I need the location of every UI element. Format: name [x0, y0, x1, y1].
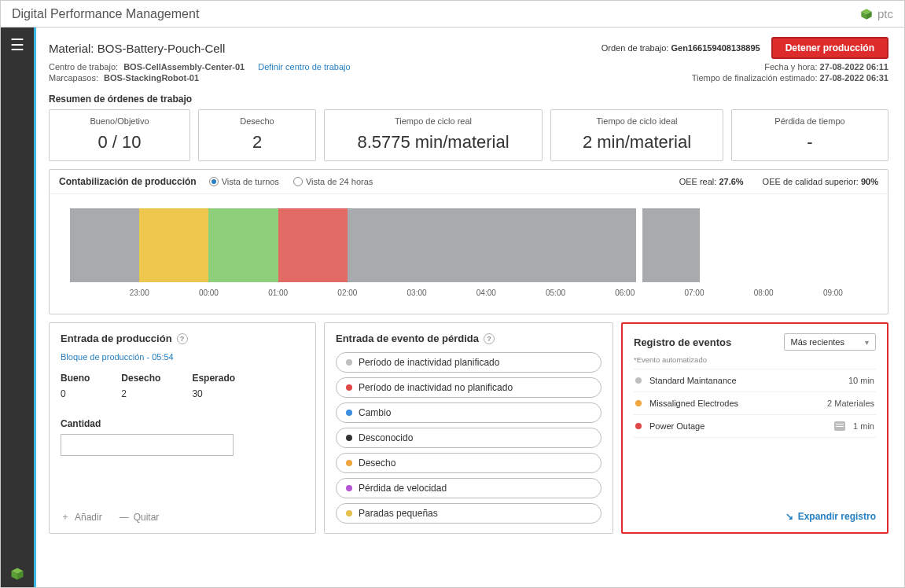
plus-icon: ＋ — [61, 510, 70, 524]
axis-tick: 06:00 — [615, 288, 635, 297]
col-expected: Esperado — [192, 373, 235, 384]
col-good: Bueno — [61, 373, 90, 384]
help-icon[interactable]: ? — [177, 333, 188, 344]
axis-tick: 00:00 — [199, 288, 219, 297]
brand-logo: ptc — [860, 7, 893, 20]
status-dot — [346, 384, 352, 391]
chevron-down-icon: ▾ — [865, 338, 869, 347]
timeline-segment[interactable] — [208, 208, 278, 282]
timeline-segment[interactable] — [700, 208, 867, 282]
val-expected: 30 — [192, 388, 235, 399]
loss-reason-pill[interactable]: Período de inactividad planificado — [336, 352, 601, 373]
view-shift-radio[interactable]: Vista de turnos — [209, 177, 279, 186]
val-good: 0 — [61, 388, 90, 399]
expand-log-link[interactable]: ↘ Expandir registro — [785, 511, 876, 522]
log-value: 10 min — [848, 376, 874, 385]
kpi-value: 0 / 10 — [54, 132, 185, 153]
loss-reason-pill[interactable]: Paradas pequeñas — [336, 503, 601, 524]
loss-label: Pérdida de velocidad — [359, 483, 447, 494]
timeline-segment[interactable] — [139, 208, 208, 282]
panel-production-entry: Entrada de producción ? Bloque de produc… — [49, 322, 316, 534]
axis-tick: 07:00 — [684, 288, 704, 297]
prod-acct-title: Contabilización de producción — [59, 176, 197, 187]
oee-real: OEE real: 27.6% — [679, 177, 744, 186]
axis-tick: 02:00 — [337, 288, 357, 297]
app-title: Digital Performance Management — [12, 7, 199, 21]
timeline-chart — [70, 208, 867, 282]
status-dot — [635, 377, 642, 384]
kpi-label: Bueno/Objetivo — [54, 116, 185, 126]
qty-label: Cantidad — [61, 418, 304, 429]
kpi-card: Tiempo de ciclo real8.5775 min/material — [324, 109, 543, 161]
prod-entry-title: Entrada de producción — [61, 333, 172, 344]
status-dot — [346, 410, 352, 416]
loss-label: Cambio — [359, 407, 391, 418]
kpi-card: Tiempo de ciclo ideal2 min/material — [550, 109, 723, 161]
pacemaker-row: Marcapasos: BOS-StackingRobot-01 — [49, 73, 351, 83]
timeline-segment[interactable] — [642, 208, 700, 282]
status-dot — [635, 423, 642, 429]
axis-tick: 23:00 — [130, 288, 149, 297]
log-name: Power Outage — [649, 421, 826, 431]
log-note: *Evento automatizado — [634, 355, 876, 364]
note-icon — [834, 421, 845, 431]
quantity-input[interactable] — [61, 434, 234, 456]
loss-label: Período de inactividad planificado — [359, 357, 499, 368]
minus-icon: — — [120, 512, 129, 523]
est-end-row: Tiempo de finalización estimado: 27-08-2… — [692, 73, 888, 83]
log-row[interactable]: Standard Maintanance10 min — [634, 369, 876, 392]
kpi-card: Desecho2 — [198, 109, 316, 161]
status-dot — [346, 460, 352, 466]
kpi-value: - — [737, 132, 883, 153]
loss-label: Desecho — [359, 458, 395, 469]
axis-tick: 09:00 — [823, 288, 843, 297]
timeline-segment[interactable] — [348, 208, 636, 282]
production-block-link[interactable]: Bloque de producción - 05:54 — [61, 352, 304, 362]
kpi-label: Tiempo de ciclo ideal — [556, 116, 718, 126]
kpi-label: Tiempo de ciclo real — [329, 116, 537, 126]
menu-icon[interactable]: ☰ — [10, 35, 24, 54]
loss-reason-pill[interactable]: Cambio — [336, 402, 601, 423]
work-order: Orden de trabajo: Gen166159408138895 — [601, 43, 760, 53]
add-button[interactable]: ＋Añadir — [61, 510, 102, 524]
material-title: Material: BOS-Battery-Pouch-Cell — [49, 42, 225, 55]
col-scrap: Desecho — [121, 373, 160, 384]
status-dot — [346, 510, 352, 516]
status-dot — [635, 400, 642, 406]
summary-label: Resumen de órdenes de trabajo — [41, 89, 896, 109]
help-icon[interactable]: ? — [484, 333, 495, 344]
cube-icon[interactable] — [10, 567, 24, 581]
loss-label: Desconocido — [359, 432, 413, 443]
kpi-value: 8.5775 min/material — [329, 132, 537, 153]
axis-tick: 05:00 — [546, 288, 565, 297]
stop-production-button[interactable]: Detener producción — [771, 37, 888, 59]
status-dot — [346, 435, 352, 441]
timeline-segment[interactable] — [278, 208, 348, 282]
kpi-label: Pérdida de tiempo — [737, 116, 883, 126]
workcenter-row: Centro de trabajo: BOS-CellAssembly-Cent… — [49, 62, 351, 72]
loss-label: Paradas pequeñas — [359, 508, 438, 519]
datetime-row: Fecha y hora: 27-08-2022 06:11 — [692, 62, 888, 72]
view-24h-radio[interactable]: Vista de 24 horas — [293, 177, 373, 186]
log-row[interactable]: Missaligned Electrodes2 Materiales — [634, 392, 876, 415]
axis-tick: 01:00 — [268, 288, 288, 297]
log-row[interactable]: Power Outage1 min — [634, 415, 876, 438]
define-workcenter-link[interactable]: Definir centro de trabajo — [258, 62, 350, 72]
loss-reason-pill[interactable]: Desecho — [336, 453, 601, 473]
remove-button[interactable]: —Quitar — [120, 512, 160, 523]
loss-reason-pill[interactable]: Período de inactividad no planificado — [336, 377, 601, 398]
kpi-card: Pérdida de tiempo- — [731, 109, 888, 161]
loss-reason-pill[interactable]: Desconocido — [336, 428, 601, 448]
oee-quality: OEE de calidad superior: 90% — [763, 177, 878, 186]
panel-loss-entry: Entrada de evento de pérdida ? Período d… — [324, 322, 613, 534]
panel-event-log: Registro de eventos Más recientes▾ *Even… — [621, 322, 888, 534]
kpi-card: Bueno/Objetivo0 / 10 — [49, 109, 190, 161]
status-dot — [346, 359, 352, 366]
loss-reason-pill[interactable]: Pérdida de velocidad — [336, 478, 601, 498]
expand-icon: ↘ — [785, 511, 793, 522]
loss-label: Período de inactividad no planificado — [359, 382, 513, 393]
val-scrap: 2 — [121, 388, 160, 399]
timeline-segment[interactable] — [70, 208, 139, 282]
kpi-value: 2 min/material — [556, 132, 718, 153]
sort-select[interactable]: Más recientes▾ — [784, 333, 876, 351]
